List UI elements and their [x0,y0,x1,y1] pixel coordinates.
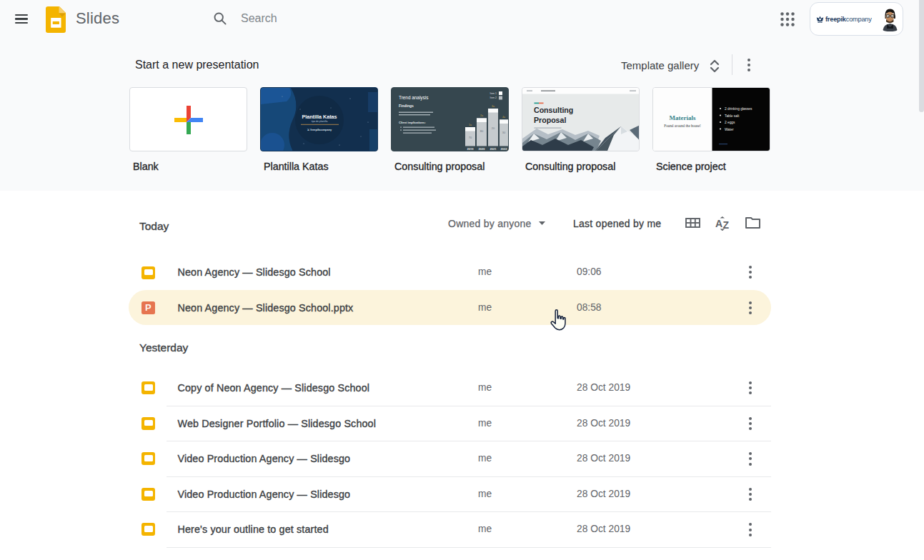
svg-text:Findings: Findings [399,104,414,108]
svg-text:30: 30 [502,131,506,134]
svg-text:2020: 2020 [479,146,486,150]
svg-text:4a: 4a [502,116,505,119]
svg-text:2019: 2019 [467,146,475,150]
svg-text:2 drinking glasses: 2 drinking glasses [725,107,752,111]
svg-text:2 eggs: 2 eggs [725,121,735,124]
svg-text:Plantilla Katas: Plantilla Katas [302,113,337,119]
svg-text:Proposal: Proposal [534,116,566,124]
svg-text:70: 70 [469,136,472,139]
svg-text:Client implications:: Client implications: [399,121,426,124]
svg-text:Trend analysis: Trend analysis [399,94,428,100]
svg-text:Item 2: Item 2 [490,96,497,99]
svg-text:Water: Water [725,127,734,131]
svg-text:3a: 3a [492,104,495,107]
svg-text:2a: 2a [480,114,483,117]
svg-text:Consulting: Consulting [534,106,573,114]
svg-text:A: A [715,218,722,229]
svg-text:Materials: Materials [670,114,696,121]
svg-text:80: 80 [480,129,484,133]
svg-text:⚔ freepikcompany: ⚔ freepikcompany [307,127,332,131]
svg-text:20: 20 [492,126,495,130]
svg-text:Item 1: Item 1 [490,91,497,94]
svg-text:2022: 2022 [501,146,508,150]
svg-text:1a: 1a [469,123,472,126]
svg-text:Table salt: Table salt [725,114,740,117]
svg-text:2021: 2021 [490,146,497,150]
svg-text:tipo de plantilla: tipo de plantilla [312,120,328,123]
svg-text:Found around the house!: Found around the house! [664,124,701,128]
